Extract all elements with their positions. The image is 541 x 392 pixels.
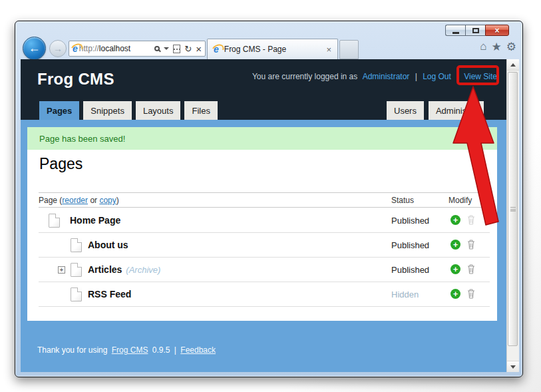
page-type-annotation: (Archive) [126, 265, 160, 275]
feedback-link[interactable]: Feedback [180, 345, 216, 355]
page-title-link[interactable]: RSS Feed [88, 289, 131, 299]
main-nav-tabs: Pages Snippets Layouts Files [39, 101, 218, 120]
minimize-icon [452, 32, 459, 34]
back-button[interactable]: ← [23, 37, 46, 60]
ie-icon: e [73, 44, 78, 53]
login-status-text: You are currently logged in as [252, 72, 357, 81]
browser-toolbar: ← → e http://localhost ↻ × e Frog CMS - … [15, 39, 522, 59]
compatibility-view-icon[interactable] [173, 45, 180, 53]
copy-link[interactable]: copy [99, 196, 116, 205]
stop-icon[interactable]: × [196, 44, 202, 54]
search-icon[interactable] [154, 46, 160, 51]
add-child-page-icon[interactable]: + [451, 289, 460, 299]
url-host: localhost [99, 44, 130, 53]
site-footer: Thank you for using Frog CMS 0.9.5 | Fee… [37, 345, 218, 355]
settings-gear-icon[interactable]: ⚙ [506, 40, 516, 54]
separator: | [415, 72, 417, 81]
back-icon: ← [29, 41, 41, 55]
table-row-rss-feed: RSS Feed Hidden + [39, 282, 490, 307]
version-text: 0.9.5 [152, 345, 170, 355]
table-header-row: Page (reorder or copy) Status Modify [39, 192, 490, 208]
table-row-articles: + Articles(Archive) Published + [39, 258, 490, 282]
administrator-link[interactable]: Administrator [363, 72, 410, 81]
tab-title: Frog CMS - Page [224, 45, 286, 54]
page-column-label: Page ( [39, 196, 62, 205]
reorder-link[interactable]: reorder [62, 196, 88, 205]
page-title: Pages [39, 155, 83, 173]
add-child-page-icon[interactable]: + [451, 215, 460, 225]
home-icon[interactable]: ⌂ [480, 40, 486, 54]
or-text: or [88, 196, 99, 205]
status-text: Hidden [391, 290, 419, 299]
footer-separator: | [174, 345, 176, 355]
page-icon [49, 214, 60, 228]
scroll-up-icon [510, 63, 516, 67]
delete-page-icon[interactable] [467, 240, 475, 252]
new-tab-button[interactable] [339, 40, 359, 59]
scroll-down-icon [510, 365, 516, 369]
flash-notification: Page has been saved! [27, 127, 497, 150]
modify-column-header: Modify [449, 196, 472, 205]
browser-tab[interactable]: e Frog CMS - Page × [207, 39, 338, 59]
address-bar[interactable]: e http://localhost ↻ × [69, 41, 206, 57]
add-child-page-icon[interactable]: + [451, 264, 460, 274]
log-out-link[interactable]: Log Out [423, 72, 451, 81]
minimize-button[interactable] [445, 25, 465, 36]
page-icon [71, 238, 82, 252]
status-column-header: Status [391, 196, 414, 205]
page-column-label-suffix: ) [116, 196, 119, 205]
status-text: Published [391, 265, 429, 275]
flash-message-text: Page has been saved! [39, 134, 125, 144]
expander-icon[interactable]: + [58, 266, 65, 274]
refresh-icon[interactable]: ↻ [184, 44, 192, 54]
frog-cms-link[interactable]: Frog CMS [112, 345, 148, 355]
url-text: http://localhost [79, 44, 130, 53]
browser-viewport: Frog CMS You are currently logged in as … [21, 59, 519, 372]
page-title-link[interactable]: Articles(Archive) [88, 264, 160, 275]
tab-layouts[interactable]: Layouts [136, 101, 181, 120]
admin-nav-tabs: Users Administra [387, 101, 484, 120]
page-column-header: Page (reorder or copy) [39, 196, 119, 205]
forward-icon: → [53, 43, 63, 54]
tab-close-icon[interactable]: × [326, 45, 331, 54]
scrollbar-thumb[interactable] [508, 72, 518, 346]
page-title-text: Articles [88, 264, 122, 275]
favorites-star-icon[interactable]: ★ [492, 40, 502, 54]
tab-pages[interactable]: Pages [39, 101, 79, 120]
close-icon: × [494, 26, 499, 35]
status-text: Published [391, 216, 429, 226]
browser-action-icons: ⌂ ★ ⚙ [480, 40, 516, 54]
tab-snippets[interactable]: Snippets [83, 101, 132, 120]
chevron-down-icon[interactable] [164, 47, 169, 50]
add-child-page-icon[interactable]: + [451, 240, 460, 250]
tab-users[interactable]: Users [387, 101, 424, 120]
scroll-down-button[interactable] [507, 361, 519, 372]
page-icon [71, 288, 82, 301]
window-controls: × [445, 25, 509, 36]
page-icon [71, 263, 82, 277]
login-status-line: You are currently logged in as Administr… [252, 72, 497, 81]
view-site-link[interactable]: View Site [464, 72, 497, 81]
forward-button[interactable]: → [49, 40, 67, 57]
maximize-icon [472, 28, 479, 33]
status-text: Published [391, 240, 429, 250]
tab-administrators[interactable]: Administra [429, 101, 484, 120]
table-row-about-us: About us Published + [39, 233, 490, 258]
brand-title: Frog CMS [37, 70, 114, 89]
close-button[interactable]: × [485, 25, 509, 36]
delete-page-icon[interactable] [467, 289, 475, 301]
scroll-up-button[interactable] [507, 59, 519, 71]
page-title-link[interactable]: Home Page [70, 215, 120, 226]
tab-files[interactable]: Files [184, 101, 217, 120]
maximize-button[interactable] [465, 25, 485, 36]
footer-text: Thank you for using [37, 345, 107, 355]
content-panel: Pages Page (reorder or copy) Status Modi… [27, 150, 497, 321]
vertical-scrollbar[interactable] [506, 59, 519, 372]
address-bar-icons: ↻ × [154, 44, 202, 54]
frog-cms-page: Frog CMS You are currently logged in as … [21, 59, 506, 372]
table-row-home-page: Home Page Published + [39, 208, 490, 233]
delete-page-icon[interactable] [467, 215, 475, 228]
delete-page-icon[interactable] [467, 264, 475, 277]
page-title-link[interactable]: About us [88, 240, 128, 250]
scrollbar-grip [510, 207, 516, 212]
